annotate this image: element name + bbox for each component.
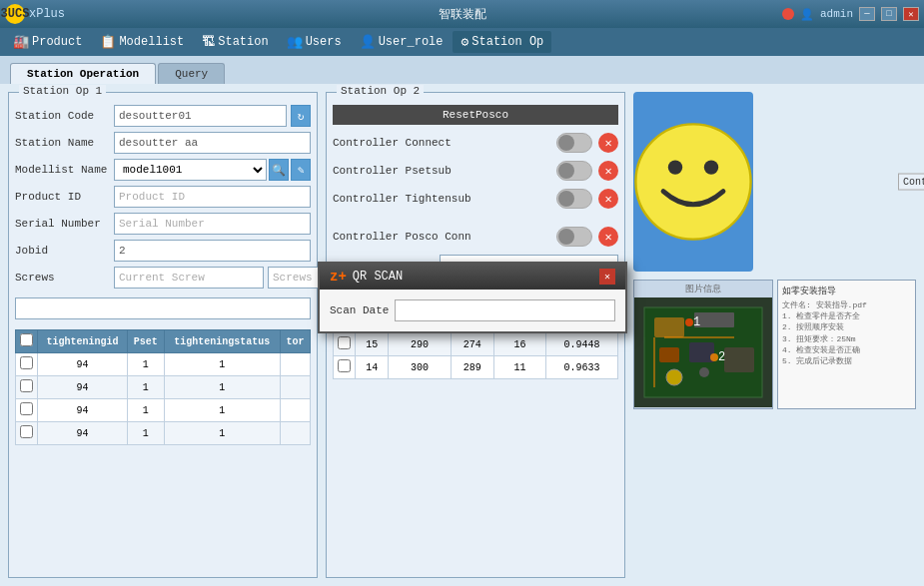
- ctrl-psetsub-toggle[interactable]: [556, 161, 592, 181]
- table-row: 15 290 274 16 0.9448: [334, 333, 618, 356]
- tab-station-operation[interactable]: Station Operation: [10, 63, 156, 84]
- maximize-button[interactable]: □: [881, 7, 897, 21]
- ctrl-connect-toggle[interactable]: [556, 133, 592, 153]
- menu-item-users[interactable]: 👥 Users: [279, 31, 350, 53]
- th-tor: tor: [281, 330, 311, 353]
- svg-rect-9: [724, 347, 754, 372]
- qr-close-button[interactable]: ✕: [599, 269, 615, 285]
- station-name-label: Station Name: [15, 137, 110, 149]
- serial-number-input[interactable]: [114, 213, 311, 235]
- doc-area: 如零安装指导 文件名: 安装指导.pdf 1. 检查零件是否齐全 2. 按照顺序…: [777, 280, 916, 409]
- station-code-refresh-button[interactable]: ↻: [291, 105, 311, 127]
- close-button[interactable]: ✕: [903, 7, 919, 21]
- station-name-input[interactable]: [114, 132, 311, 154]
- doc-text: 文件名: 安装指导.pdf 1. 检查零件是否齐全 2. 按照顺序安装 3. 扭…: [782, 299, 911, 366]
- screws-row: Screws: [15, 267, 311, 289]
- menu-item-station[interactable]: 🏗 Station: [194, 32, 276, 53]
- jobid-label: Jobid: [15, 245, 110, 257]
- doc-title: 如零安装指导: [782, 285, 911, 297]
- ctrl-psetsub-label: Controller Psetsub: [333, 165, 550, 177]
- svg-rect-7: [659, 347, 679, 362]
- modellist-icon: 📋: [100, 34, 116, 50]
- extra-input[interactable]: [15, 297, 311, 319]
- station-icon: 🏗: [202, 35, 215, 50]
- ctrl-posco-toggle[interactable]: [556, 227, 592, 247]
- ctrl-posco-label: Controller Posco Conn: [333, 231, 550, 243]
- smiley-face: [633, 122, 753, 242]
- table-row: 94 1 1: [16, 422, 311, 445]
- svg-text:2: 2: [718, 350, 725, 364]
- cell-status: 1: [164, 376, 281, 399]
- serial-number-row: Serial Number: [15, 213, 311, 235]
- current-screw-input[interactable]: [114, 267, 264, 289]
- user-role-icon: 👤: [360, 34, 376, 50]
- menu-item-modellist[interactable]: 📋 Modellist: [92, 31, 192, 53]
- ctrl-posco-x-button[interactable]: ✕: [598, 227, 618, 247]
- jobid-input[interactable]: [114, 240, 311, 262]
- tabbar: Station Operation Query: [0, 56, 924, 84]
- menu-label-users: Users: [306, 35, 342, 49]
- station-name-row: Station Name: [15, 132, 311, 154]
- tab-query[interactable]: Query: [158, 63, 225, 84]
- row-checkbox[interactable]: [20, 402, 33, 415]
- row-checkbox[interactable]: [338, 336, 351, 349]
- ctrl-psetsub-x-button[interactable]: ✕: [598, 161, 618, 181]
- product-icon: 🏭: [13, 34, 29, 50]
- svg-point-2: [704, 160, 718, 174]
- cell-total: 290: [389, 333, 451, 356]
- station-op1-panel: Station Op 1 Station Code ↻ Station Name…: [8, 92, 318, 578]
- scan-date-row: Scan Date: [330, 299, 615, 321]
- main-content: Station Op 1 Station Code ↻ Station Name…: [0, 84, 924, 586]
- cell-total: 300: [389, 356, 451, 379]
- cell-tor: [281, 422, 311, 445]
- screws-label: Screws: [15, 272, 110, 284]
- row-checkbox[interactable]: [338, 359, 351, 372]
- modellist-select[interactable]: model1001: [114, 159, 267, 181]
- station-code-label: Station Code: [15, 110, 110, 122]
- cell-status: 1: [164, 422, 281, 445]
- ctrl-tightensub-x-button[interactable]: ✕: [598, 189, 618, 209]
- ctrl-tightensub-toggle[interactable]: [556, 189, 592, 209]
- user-icon: 👤: [800, 8, 814, 21]
- product-id-row: Product ID: [15, 186, 311, 208]
- svg-point-10: [666, 369, 682, 385]
- titlebar: 3UCS xPlus 智联装配 👤 admin ─ □ ✕: [0, 0, 924, 28]
- scan-date-input[interactable]: [395, 299, 615, 321]
- svg-point-11: [699, 367, 709, 377]
- ctrl-connect-label: Controller Connect: [333, 137, 550, 149]
- product-id-input[interactable]: [114, 186, 311, 208]
- modellist-name-label: Modellist Name: [15, 164, 110, 176]
- station-op-icon: ⚙: [461, 34, 468, 50]
- cell-pset: 1: [127, 399, 164, 422]
- cell-hr: 15: [356, 333, 389, 356]
- svg-point-1: [668, 160, 682, 174]
- username: admin: [820, 8, 853, 20]
- menu-label-product: Product: [32, 35, 82, 49]
- menu-label-modellist: Modellist: [119, 35, 184, 49]
- row-checkbox[interactable]: [20, 356, 33, 369]
- ctrl-posco-row: Controller Posco Conn ✕: [333, 227, 618, 247]
- users-icon: 👥: [287, 34, 303, 50]
- svg-point-14: [685, 318, 693, 326]
- cell-oks: 289: [451, 356, 493, 379]
- app-logo: 3UCS: [5, 4, 25, 24]
- cell-pset: 1: [127, 422, 164, 445]
- row-checkbox[interactable]: [20, 379, 33, 392]
- menu-item-station-op[interactable]: ⚙ Station Op: [453, 31, 551, 53]
- qr-logo: z+: [330, 269, 347, 285]
- svg-point-0: [635, 124, 750, 239]
- cell-pset: 1: [127, 353, 164, 376]
- cell-tighteningid: 94: [38, 422, 128, 445]
- select-all-left-checkbox[interactable]: [20, 333, 33, 346]
- minimize-button[interactable]: ─: [859, 7, 875, 21]
- modellist-edit-button[interactable]: ✎: [291, 159, 311, 181]
- ctrl-tightensub-row: Controller Tightensub ✕: [333, 189, 618, 209]
- menu-item-user-role[interactable]: 👤 User_role: [352, 31, 452, 53]
- product-id-label: Product ID: [15, 191, 110, 203]
- table-row: 94 1 1: [16, 353, 311, 376]
- row-checkbox[interactable]: [20, 425, 33, 438]
- modellist-search-button[interactable]: 🔍: [269, 159, 289, 181]
- station-code-input[interactable]: [114, 105, 287, 127]
- menu-item-product[interactable]: 🏭 Product: [5, 31, 90, 53]
- ctrl-connect-x-button[interactable]: ✕: [598, 133, 618, 153]
